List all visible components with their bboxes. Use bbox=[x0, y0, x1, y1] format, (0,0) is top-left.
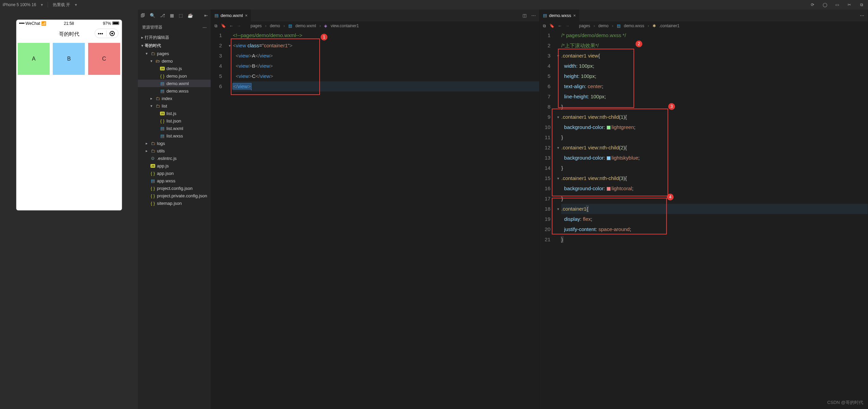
box-c: C bbox=[88, 43, 120, 75]
editor-wxss: ▤ demo.wxss × ⋯ ⧉ 🔖 ← → pages› demo› ▤ d… bbox=[540, 10, 868, 409]
collapse-icon[interactable]: ⇤ bbox=[204, 13, 208, 18]
phone-icon[interactable]: ▭ bbox=[833, 1, 841, 9]
files-icon[interactable]: 🗐 bbox=[141, 13, 145, 18]
close-program-icon[interactable] bbox=[107, 31, 118, 36]
split-icon[interactable]: ◫ bbox=[523, 13, 527, 18]
detach-icon[interactable]: ⧉ bbox=[858, 1, 865, 9]
tree-item[interactable]: { }list.json bbox=[138, 117, 211, 125]
tree-item[interactable]: ▤demo.wxml bbox=[138, 80, 211, 87]
tree-item[interactable]: { }project.private.config.json bbox=[138, 192, 211, 199]
capsule-button[interactable]: ••• bbox=[95, 29, 118, 38]
more-icon[interactable]: ⋯ bbox=[860, 13, 864, 18]
grid-icon[interactable]: ▦ bbox=[170, 13, 174, 18]
forward-icon[interactable]: → bbox=[237, 23, 241, 28]
menu-icon[interactable]: ••• bbox=[95, 31, 107, 36]
tree-item[interactable]: { }demo.json bbox=[138, 72, 211, 80]
back-icon[interactable]: ← bbox=[229, 23, 234, 28]
tree-item[interactable]: ▤list.wxss bbox=[138, 132, 211, 140]
breadcrumb[interactable]: ⧉ 🔖 ← → pages› demo› ▤ demo.wxss› ✱ .con… bbox=[540, 21, 868, 30]
code-area[interactable]: 123456789101112131415161718192021▾▾▾▾▾/*… bbox=[540, 30, 868, 409]
breadcrumb[interactable]: ⧉ 🔖 ← → pages› demo› ▤ demo.wxml› ◈ view… bbox=[211, 21, 539, 30]
nav-bar: 哥的时代 ••• bbox=[16, 27, 122, 41]
refresh-icon[interactable]: ⟳ bbox=[809, 1, 816, 9]
page-title: 哥的时代 bbox=[59, 31, 79, 37]
hot-reload-toggle[interactable]: 热重载 开 bbox=[53, 2, 70, 8]
search-icon[interactable]: 🔍 bbox=[150, 13, 155, 18]
cut-icon[interactable]: ✂ bbox=[846, 1, 853, 9]
tree-item[interactable]: JSdemo.js bbox=[138, 65, 211, 72]
phone-frame: ••••• WeChat 📶 21:58 97% 哥的时代 ••• A B C bbox=[16, 20, 122, 210]
more-icon[interactable]: ⋯ bbox=[531, 13, 536, 18]
tab-demo-wxss[interactable]: ▤ demo.wxss × bbox=[540, 10, 580, 21]
tree-item[interactable]: ▤list.wxml bbox=[138, 125, 211, 132]
tree-item[interactable]: { }project.config.json bbox=[138, 184, 211, 192]
tree-item[interactable]: ▾🗁demo bbox=[138, 57, 211, 65]
tree-item[interactable]: ▸🗀index bbox=[138, 95, 211, 102]
project-section[interactable]: ▾哥的时代 bbox=[138, 42, 211, 50]
more-icon[interactable]: ⋯ bbox=[203, 25, 207, 30]
compare-icon[interactable]: ⧉ bbox=[543, 23, 546, 28]
box-a: A bbox=[18, 43, 50, 75]
simulator-panel: ••••• WeChat 📶 21:58 97% 哥的时代 ••• A B C bbox=[0, 10, 138, 409]
watermark: CSDN @哥的时代 bbox=[827, 399, 863, 406]
tree-item[interactable]: ▤demo.wxss bbox=[138, 87, 211, 95]
wxml-icon: ▤ bbox=[214, 13, 219, 18]
container1: A B C bbox=[16, 43, 122, 75]
explorer-panel: 🗐 🔍 ⎇ ▦ ⬚ ☕ ⇤ 资源管理器 ⋯ ▸打开的编辑器 ▾哥的时代 ▾🗀pa… bbox=[138, 10, 211, 409]
code-area[interactable]: 123456▾<!--pages/demo/demo.wxml--><view … bbox=[211, 30, 539, 409]
explorer-title: 资源管理器 bbox=[142, 24, 162, 30]
tree-item[interactable]: ▾🗀list bbox=[138, 102, 211, 110]
tree-item[interactable]: { }app.json bbox=[138, 169, 211, 177]
tree-item[interactable]: ▤app.wxss bbox=[138, 177, 211, 184]
device-selector[interactable]: iPhone 5 100% 16 bbox=[3, 2, 36, 7]
forward-icon[interactable]: → bbox=[565, 23, 569, 28]
circle-icon[interactable]: ◯ bbox=[821, 1, 829, 9]
tree-item[interactable]: ⚙.eslintrc.js bbox=[138, 154, 211, 162]
open-editors-section[interactable]: ▸打开的编辑器 bbox=[138, 33, 211, 42]
tree-item[interactable]: ▸🗀utils bbox=[138, 147, 211, 154]
tree-item[interactable]: { }sitemap.json bbox=[138, 199, 211, 207]
tree-item[interactable]: ▾🗀pages bbox=[138, 50, 211, 57]
close-icon[interactable]: × bbox=[245, 13, 248, 18]
tree-item[interactable]: ▸🗀logs bbox=[138, 140, 211, 147]
bookmark-icon[interactable]: 🔖 bbox=[549, 23, 554, 28]
box-b: B bbox=[53, 43, 85, 75]
coffee-icon[interactable]: ☕ bbox=[188, 13, 193, 18]
wxss-icon: ▤ bbox=[543, 13, 547, 18]
editor-wxml: ▤ demo.wxml × ◫ ⋯ ⧉ 🔖 ← → pages› demo› ▤… bbox=[211, 10, 540, 409]
compare-icon[interactable]: ⧉ bbox=[214, 23, 218, 28]
box-icon[interactable]: ⬚ bbox=[179, 13, 183, 18]
branch-icon[interactable]: ⎇ bbox=[160, 13, 165, 18]
tree-item[interactable]: JSapp.js bbox=[138, 162, 211, 169]
status-bar: ••••• WeChat 📶 21:58 97% bbox=[16, 20, 122, 27]
tab-demo-wxml[interactable]: ▤ demo.wxml × bbox=[211, 10, 251, 21]
toolbar: iPhone 5 100% 16▾ 热重载 开▾ ⟳ ◯ ▭ ✂ ⧉ bbox=[0, 0, 868, 10]
close-icon[interactable]: × bbox=[573, 13, 576, 18]
back-icon[interactable]: ← bbox=[558, 23, 562, 28]
tree-item[interactable]: JSlist.js bbox=[138, 110, 211, 117]
bookmark-icon[interactable]: 🔖 bbox=[221, 23, 226, 28]
